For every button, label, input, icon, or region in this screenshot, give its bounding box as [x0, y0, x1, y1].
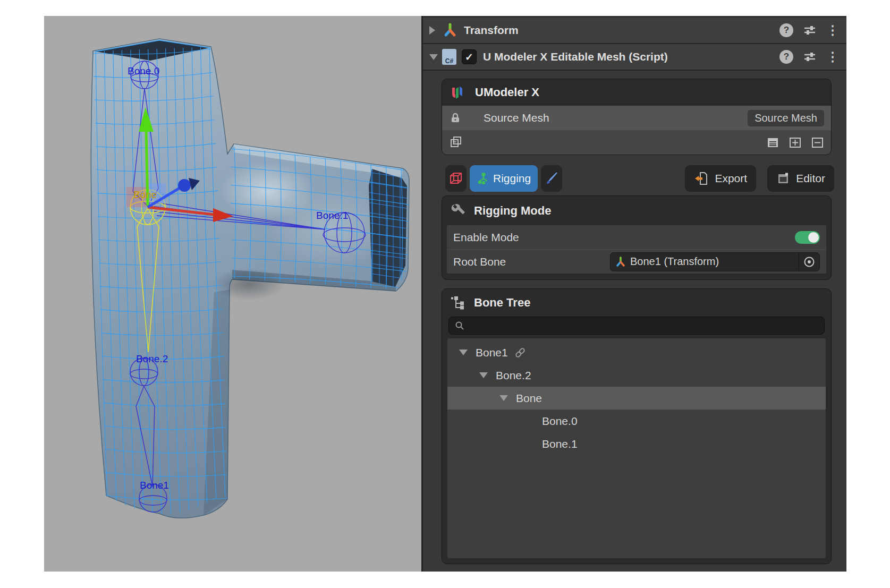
transform-component-header[interactable]: Transform ? ⋮ — [423, 16, 846, 44]
csharp-script-icon: C# — [442, 49, 456, 65]
enable-mode-label: Enable Mode — [453, 231, 519, 244]
editor-window-icon — [776, 172, 790, 185]
bone1-arm-label[interactable]: Bone.1 — [316, 210, 348, 221]
rigging-mode-title: Rigging Mode — [474, 204, 551, 218]
object-picker-button[interactable] — [799, 253, 819, 271]
transform-title: Transform — [464, 24, 519, 37]
remove-icon[interactable] — [811, 136, 824, 149]
tree-label: Bone.0 — [542, 415, 578, 428]
paint-brush-icon — [544, 171, 559, 186]
tab-rigging[interactable]: Rigging — [470, 165, 538, 192]
hierarchy-icon — [450, 295, 466, 311]
umodeler-logo — [449, 83, 467, 101]
umodeler-component-header[interactable]: C# ✓ U Modeler X Editable Mesh (Script) … — [423, 44, 846, 71]
bone-tree-title: Bone Tree — [474, 296, 530, 310]
presets-icon[interactable] — [803, 50, 817, 64]
rigging-skeleton-icon — [477, 172, 490, 185]
bone-tree-header: Bone Tree — [442, 289, 831, 317]
help-icon[interactable]: ? — [779, 50, 793, 64]
foldout-collapsed-icon[interactable] — [429, 26, 435, 35]
gizmo-z-handle — [178, 179, 191, 192]
tree-label: Bone — [516, 392, 542, 405]
tree-expand-icon[interactable] — [499, 395, 508, 401]
root-bone-value: Bone1 (Transform) — [630, 255, 799, 268]
root-bone-object-field[interactable]: Bone1 (Transform) — [610, 252, 820, 271]
presets-icon[interactable] — [803, 23, 817, 37]
tree-row-bone2[interactable]: Bone.2 — [447, 364, 826, 387]
transform-tool-icon — [443, 23, 457, 38]
enable-mode-row: Enable Mode — [447, 225, 826, 249]
picker-target-icon — [803, 255, 816, 268]
editor-button[interactable]: Editor — [767, 165, 834, 192]
component-enabled-checkbox[interactable]: ✓ — [462, 49, 477, 64]
rigging-mode-header: Rigging Mode — [442, 196, 831, 225]
add-icon[interactable] — [789, 136, 802, 149]
source-mesh-label: Source Mesh — [484, 112, 549, 124]
bone-tree-card: Bone Tree Bone1 — [442, 288, 832, 564]
wrench-icon — [450, 203, 466, 219]
source-mesh-value[interactable]: Source Mesh — [748, 110, 824, 126]
tree-label: Bone.1 — [542, 438, 578, 450]
screenshot-root: Bone.0 Bone Bone.1 Bone.2 Bone1 Transfor… — [0, 0, 890, 588]
tab-painting[interactable] — [541, 165, 562, 192]
scene-viewport[interactable]: Bone.0 Bone Bone.1 Bone.2 Bone1 — [44, 16, 421, 572]
context-menu-icon[interactable]: ⋮ — [826, 24, 839, 37]
bone2-label[interactable]: Bone.2 — [136, 353, 168, 364]
tab-modeling[interactable] — [445, 165, 467, 192]
export-label: Export — [715, 172, 747, 185]
list-view-icon[interactable] — [766, 136, 779, 149]
tree-expand-icon[interactable] — [479, 372, 488, 378]
help-icon[interactable]: ? — [779, 23, 793, 37]
inspector-panel: Transform ? ⋮ C# ✓ U Mod — [421, 16, 846, 572]
export-button[interactable]: Export — [685, 165, 756, 192]
bone-search-box[interactable] — [448, 317, 825, 335]
unity-editor-area: Bone.0 Bone Bone.1 Bone.2 Bone1 Transfor… — [44, 16, 846, 572]
umodeler-brand: UModeler X — [475, 86, 539, 99]
bone-tree-list: Bone1 Bone.2 — [447, 338, 826, 558]
mesh-3d-view: Bone.0 Bone Bone.1 Bone.2 Bone1 — [44, 16, 421, 572]
mesh-io-row — [442, 130, 831, 155]
tree-row-bone[interactable]: Bone — [447, 387, 826, 410]
tree-row-bone0[interactable]: Bone.0 — [447, 410, 826, 432]
lock-icon — [449, 112, 462, 124]
layers-icon[interactable] — [449, 135, 463, 149]
umodeler-logo-row: UModeler X — [442, 79, 831, 106]
tree-row-bone1[interactable]: Bone1 — [447, 341, 826, 364]
tab-rigging-label: Rigging — [493, 172, 531, 185]
search-icon — [454, 320, 465, 331]
root-bone-row: Root Bone Bone1 (Transform) — [447, 249, 826, 274]
source-mesh-row[interactable]: Source Mesh Source Mesh — [442, 106, 831, 130]
rigging-mode-card: Rigging Mode Enable Mode Root Bone — [442, 195, 832, 280]
enable-mode-toggle[interactable] — [795, 231, 820, 244]
editor-label: Editor — [796, 172, 825, 185]
tree-row-bone1-child[interactable]: Bone.1 — [447, 432, 826, 455]
context-menu-icon[interactable]: ⋮ — [826, 50, 839, 63]
link-icon — [513, 346, 527, 360]
bone-label[interactable]: Bone — [133, 189, 157, 200]
bone1-root-label[interactable]: Bone1 — [140, 480, 169, 491]
foldout-expanded-icon[interactable] — [429, 54, 438, 60]
bone0-label[interactable]: Bone.0 — [128, 65, 159, 76]
tree-label: Bone1 — [476, 346, 508, 359]
script-title: U Modeler X Editable Mesh (Script) — [483, 50, 668, 63]
root-bone-label: Root Bone — [453, 255, 506, 268]
umodeler-card: UModeler X Source Mesh Source Mesh — [442, 79, 832, 155]
modeling-cube-icon — [448, 171, 463, 186]
search-input[interactable] — [465, 320, 819, 332]
mode-tabs: Rigging Export — [445, 165, 834, 192]
rigging-mode-rows: Enable Mode Root Bone Bone1 (Transform) — [447, 225, 826, 274]
tree-expand-icon[interactable] — [459, 350, 468, 355]
export-icon — [694, 171, 709, 186]
transform-mini-icon — [615, 256, 626, 268]
tree-label: Bone.2 — [496, 369, 531, 382]
